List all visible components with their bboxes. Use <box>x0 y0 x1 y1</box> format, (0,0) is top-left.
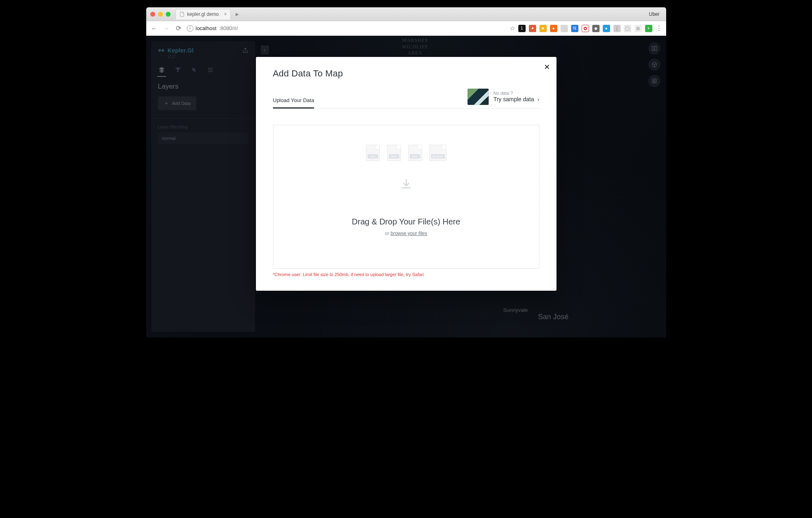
browser-window: kepler.gl demo × ▸ Uber ← → ⟳ i localhos… <box>146 7 666 337</box>
extension-icon[interactable]: ● <box>550 25 557 32</box>
supported-file-types: csv kml json geojson <box>366 145 446 161</box>
traffic-lights <box>150 12 171 17</box>
extension-icon[interactable]: ● <box>603 25 610 32</box>
chevron-right-icon: › <box>537 96 539 102</box>
tab-title: kepler.gl demo <box>187 11 219 17</box>
extension-icon[interactable]: ✦ <box>529 25 536 32</box>
maximize-window-button[interactable] <box>166 12 171 17</box>
back-button[interactable]: ← <box>150 25 158 32</box>
close-modal-button[interactable]: ✕ <box>544 63 550 72</box>
browser-profile-label[interactable]: Uber <box>649 11 662 17</box>
minimize-window-button[interactable] <box>158 12 163 17</box>
reload-button[interactable]: ⟳ <box>175 24 183 32</box>
modal-tabs: Upload Your Data No data ? Try sample da… <box>273 89 539 109</box>
forward-button[interactable]: → <box>162 25 171 32</box>
extension-icon[interactable]: 1 <box>518 25 526 32</box>
extension-icon[interactable]: N <box>571 25 578 32</box>
site-info-icon[interactable]: i <box>187 25 193 32</box>
add-data-modal: ✕ Add Data To Map Upload Your Data No da… <box>256 57 556 291</box>
file-type-icon: csv <box>366 145 380 161</box>
url-host: localhost <box>196 25 217 31</box>
app-viewport: MARSHES WILDLIFE AREA Sunnyvale San José… <box>146 36 666 337</box>
page-icon <box>179 11 185 17</box>
close-window-button[interactable] <box>150 12 155 17</box>
dropzone-title: Drag & Drop Your File(s) Here <box>352 217 460 226</box>
modal-title: Add Data To Map <box>273 68 539 79</box>
address-bar[interactable]: i localhost:8080/#/ <box>187 25 238 32</box>
download-icon <box>399 177 413 191</box>
url-path: :8080/#/ <box>219 25 238 31</box>
file-type-icon: json <box>408 145 422 161</box>
try-sample-data[interactable]: No data ? Try sample data › <box>468 89 539 108</box>
extension-icon[interactable]: ★ <box>539 25 547 32</box>
window-titlebar: kepler.gl demo × ▸ Uber <box>146 7 666 21</box>
sample-cta-label: Try sample data <box>494 96 534 102</box>
extension-icons: ☆ 1 ✦ ★ ● · N ◆ ● ∫ ◯ ▦ + ⋮ <box>510 24 662 32</box>
close-tab-button[interactable]: × <box>224 11 227 17</box>
extension-icon[interactable]: + <box>645 25 652 32</box>
extension-icon[interactable] <box>582 25 589 32</box>
file-type-icon: kml <box>387 145 401 161</box>
browser-tab[interactable]: kepler.gl demo × <box>175 9 231 20</box>
dropzone-subtitle: or browse your files <box>385 231 427 236</box>
file-dropzone[interactable]: csv kml json geojson Drag & Drop Your Fi… <box>273 125 539 269</box>
browser-toolbar: ← → ⟳ i localhost:8080/#/ ☆ 1 ✦ ★ ● · N … <box>146 21 666 36</box>
tab-upload-data[interactable]: Upload Your Data <box>273 97 314 108</box>
extension-icon[interactable]: ◯ <box>624 25 631 32</box>
browse-files-link[interactable]: browse your files <box>390 231 427 236</box>
extension-icon[interactable]: ◆ <box>592 25 600 32</box>
chrome-file-size-warning: *Chrome user: Limit file size to 250mb, … <box>273 272 539 277</box>
sample-prompt: No data ? <box>494 91 539 96</box>
extension-icon[interactable]: ∫ <box>613 25 621 32</box>
new-tab-button[interactable]: ▸ <box>233 10 241 18</box>
bookmark-star-icon[interactable]: ☆ <box>510 25 515 32</box>
extension-icon[interactable]: · <box>561 25 568 32</box>
browser-menu-button[interactable]: ⋮ <box>656 24 662 32</box>
extension-icon[interactable]: ▦ <box>634 25 642 32</box>
sample-thumbnail <box>468 89 489 105</box>
file-type-icon: geojson <box>429 145 446 161</box>
